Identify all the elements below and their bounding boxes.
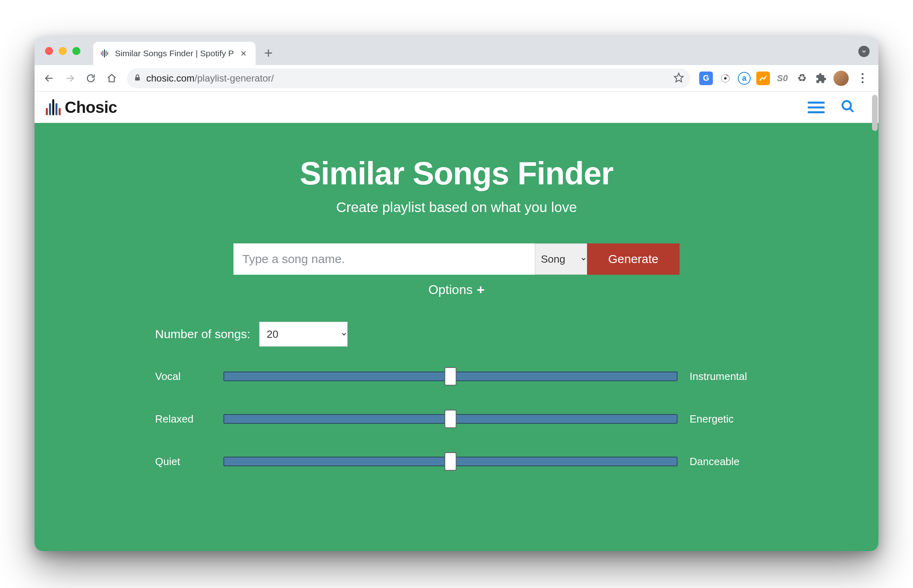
- slider-row-dance: Quiet Danceable: [155, 454, 758, 469]
- extension-icon[interactable]: [719, 71, 732, 85]
- svg-point-15: [843, 101, 851, 110]
- slider-left-label: Relaxed: [155, 413, 223, 425]
- logo-text: Chosic: [65, 98, 117, 116]
- generate-button[interactable]: Generate: [587, 243, 680, 275]
- vocal-instrumental-slider[interactable]: [223, 369, 678, 384]
- site-header: Chosic: [35, 92, 878, 123]
- logo-mark-icon: [46, 99, 61, 115]
- bookmark-star-icon[interactable]: [673, 72, 684, 84]
- extension-translate-icon[interactable]: G: [699, 71, 713, 85]
- options-panel: Number of songs: 20 Vocal Instrumental: [147, 322, 766, 469]
- new-tab-button[interactable]: [260, 45, 276, 61]
- options-toggle[interactable]: Options +: [428, 282, 485, 298]
- scrollbar-thumb[interactable]: [872, 95, 878, 131]
- slider-left-label: Vocal: [155, 370, 223, 383]
- page-title: Similar Songs Finder: [35, 155, 878, 192]
- address-bar[interactable]: chosic.com/playlist-generator/: [127, 68, 690, 88]
- lock-icon: [133, 74, 141, 83]
- num-songs-row: Number of songs: 20: [155, 322, 758, 347]
- slider-right-label: Danceable: [678, 455, 758, 468]
- menu-icon[interactable]: [808, 102, 825, 113]
- slider-right-label: Instrumental: [678, 370, 758, 383]
- extension-icon[interactable]: a: [738, 72, 751, 85]
- num-songs-label: Number of songs:: [155, 327, 250, 341]
- site-logo[interactable]: Chosic: [46, 98, 117, 116]
- tab-title: Similar Songs Finder | Spotify P: [115, 49, 234, 58]
- browser-tab[interactable]: Similar Songs Finder | Spotify P: [93, 42, 256, 65]
- page-content: Chosic Similar Songs Finder Create playl…: [35, 92, 878, 551]
- url-host: chosic.com: [146, 73, 194, 84]
- page-subtitle: Create playlist based on what you love: [35, 199, 878, 215]
- relaxed-energetic-slider[interactable]: [223, 412, 678, 426]
- close-tab-button[interactable]: [239, 49, 248, 58]
- home-button[interactable]: [103, 69, 121, 87]
- browser-window: Similar Songs Finder | Spotify P: [35, 37, 878, 551]
- reload-button[interactable]: [82, 69, 100, 87]
- browser-toolbar: chosic.com/playlist-generator/ G a S0 ♻: [35, 65, 878, 92]
- url-text: chosic.com/playlist-generator/: [146, 73, 669, 84]
- tabs-dropdown-button[interactable]: [858, 46, 870, 57]
- search-row: Song Generate: [35, 243, 878, 275]
- extension-icon[interactable]: [756, 71, 770, 85]
- svg-line-16: [850, 108, 854, 112]
- extensions-puzzle-icon[interactable]: [814, 71, 828, 85]
- svg-point-14: [724, 77, 727, 80]
- extension-recycle-icon[interactable]: ♻: [795, 71, 809, 85]
- window-controls: [41, 37, 93, 65]
- extension-icons: G a S0 ♻: [697, 71, 873, 86]
- close-window-button[interactable]: [45, 47, 53, 55]
- search-type-select[interactable]: Song: [535, 243, 587, 275]
- browser-menu-button[interactable]: [854, 73, 870, 83]
- song-name-input[interactable]: [233, 243, 535, 275]
- svg-rect-11: [135, 77, 140, 80]
- browser-tab-bar: Similar Songs Finder | Spotify P: [35, 37, 878, 65]
- num-songs-select[interactable]: 20: [259, 322, 348, 347]
- plus-icon: +: [477, 282, 485, 298]
- back-button[interactable]: [40, 69, 58, 87]
- url-path: /playlist-generator/: [194, 73, 274, 84]
- slider-thumb[interactable]: [444, 367, 456, 386]
- search-icon[interactable]: [841, 99, 855, 115]
- slider-row-vocal: Vocal Instrumental: [155, 369, 758, 384]
- extension-icon[interactable]: S0: [776, 71, 789, 85]
- minimize-window-button[interactable]: [59, 47, 67, 55]
- slider-right-label: Energetic: [678, 413, 758, 425]
- tab-favicon-icon: [100, 48, 110, 59]
- slider-thumb[interactable]: [444, 452, 456, 471]
- forward-button[interactable]: [61, 69, 79, 87]
- slider-row-energy: Relaxed Energetic: [155, 412, 758, 426]
- profile-avatar[interactable]: [833, 71, 849, 86]
- maximize-window-button[interactable]: [72, 47, 80, 55]
- quiet-danceable-slider[interactable]: [223, 454, 678, 469]
- site-actions: [808, 99, 867, 115]
- slider-left-label: Quiet: [155, 455, 223, 468]
- hero-section: Similar Songs Finder Create playlist bas…: [35, 123, 878, 551]
- sliders-group: Vocal Instrumental Relaxed Ene: [155, 369, 758, 469]
- slider-thumb[interactable]: [444, 410, 456, 428]
- svg-marker-12: [674, 73, 683, 82]
- options-label: Options: [428, 282, 473, 297]
